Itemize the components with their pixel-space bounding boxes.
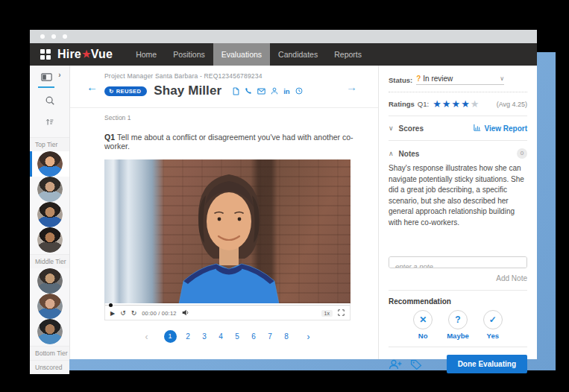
- video-time: 00:00 / 00:12: [142, 310, 176, 317]
- candidate-list-item[interactable]: [30, 319, 69, 344]
- video-progress-bar[interactable]: [105, 303, 350, 307]
- nav-item-home[interactable]: Home: [128, 43, 165, 66]
- notes-section-header[interactable]: ∧ Notes 0: [389, 141, 527, 163]
- nav-item-evaluations[interactable]: Evaluations: [213, 43, 270, 66]
- page-5[interactable]: 5: [233, 332, 242, 341]
- notes-body-text: Shay's response illustrates how she can …: [389, 163, 527, 228]
- hirevue-brand[interactable]: Hire★Vue: [30, 43, 123, 66]
- previous-candidate-arrow[interactable]: ←: [87, 80, 98, 93]
- page-4[interactable]: 4: [216, 332, 226, 341]
- status-row: Status: ? In review ∨: [389, 66, 527, 92]
- question-text: Q1Tell me about a conflict or disagreeme…: [104, 133, 378, 151]
- page-6[interactable]: 6: [249, 332, 259, 341]
- candidate-video[interactable]: [104, 159, 350, 303]
- question-pagination: ‹ 1 2 3 4 5 6 7 8 ›: [104, 330, 350, 343]
- sidebar-search[interactable]: [30, 95, 69, 109]
- nav-item-reports[interactable]: Reports: [326, 43, 370, 66]
- recommendation-no-button[interactable]: ✕ No: [413, 310, 433, 340]
- logo-star-icon: ★: [82, 49, 91, 59]
- playback-speed-button[interactable]: 1x: [321, 310, 333, 317]
- window-control-dot[interactable]: [40, 34, 45, 39]
- mail-icon[interactable]: [257, 88, 265, 95]
- notes-count-badge: 0: [517, 148, 527, 159]
- page-7[interactable]: 7: [265, 332, 275, 341]
- window-control-dot[interactable]: [51, 34, 56, 39]
- candidate-avatar: [37, 177, 63, 202]
- clock-icon[interactable]: [295, 87, 303, 95]
- star-icon-filled[interactable]: ★: [451, 99, 460, 109]
- sidebar-expand-icon[interactable]: ›: [58, 71, 60, 79]
- add-evaluator-icon[interactable]: [389, 359, 402, 370]
- scores-section-header[interactable]: ∨ Scores View Report: [389, 116, 527, 141]
- fullscreen-icon[interactable]: [338, 309, 345, 317]
- star-icon-filled[interactable]: ★: [461, 99, 470, 109]
- candidate-header: ← → Project Manager Santa Barbara - REQ1…: [70, 66, 378, 108]
- done-evaluating-button[interactable]: Done Evaluating: [447, 355, 527, 373]
- recommendation-label: Recommendation: [389, 291, 527, 310]
- play-button[interactable]: ▶: [110, 311, 115, 317]
- scores-label: Scores: [399, 124, 424, 133]
- status-label: Status:: [389, 76, 412, 84]
- star-icon-filled[interactable]: ★: [433, 99, 441, 109]
- recommendation-maybe-button[interactable]: ? Maybe: [447, 310, 469, 340]
- sidebar-active-tab-indicator: [38, 86, 54, 88]
- progress-knob[interactable]: [109, 303, 113, 307]
- next-candidate-arrow[interactable]: →: [346, 80, 357, 93]
- check-icon: ✓: [489, 314, 497, 325]
- section-label: Section 1: [104, 114, 378, 121]
- person-icon[interactable]: [271, 87, 278, 95]
- candidate-list-item[interactable]: [30, 268, 69, 294]
- star-icon-empty[interactable]: ★: [471, 99, 480, 109]
- question-number: Q1: [104, 133, 115, 142]
- nav-item-candidates[interactable]: Candidates: [270, 43, 326, 66]
- candidate-avatar: [37, 268, 63, 294]
- status-dropdown[interactable]: ? In review ∨: [416, 75, 504, 85]
- app-grid-icon[interactable]: [40, 49, 51, 60]
- phone-icon[interactable]: [245, 87, 252, 95]
- candidate-cards-icon[interactable]: [41, 71, 52, 84]
- pagination-next-icon[interactable]: ›: [307, 332, 310, 342]
- tier-label-unscored[interactable]: Unscored: [30, 360, 69, 374]
- hirevue-logo: Hire★Vue: [57, 48, 113, 61]
- page-8[interactable]: 8: [282, 332, 292, 341]
- contact-icons: in: [233, 87, 302, 95]
- nav-item-positions[interactable]: Positions: [165, 43, 213, 66]
- search-icon: [45, 95, 55, 109]
- ratings-question: Q1:: [418, 100, 429, 108]
- tier-label-bottom[interactable]: Bottom Tier: [30, 346, 69, 360]
- page-3[interactable]: 3: [200, 332, 210, 341]
- page-1[interactable]: 1: [164, 330, 177, 343]
- star-icon-filled[interactable]: ★: [442, 99, 451, 109]
- sidebar-sort[interactable]: [30, 116, 69, 130]
- linkedin-icon[interactable]: in: [283, 87, 289, 95]
- rewind-button[interactable]: ↺: [120, 310, 126, 317]
- pagination-prev-icon[interactable]: ‹: [145, 332, 148, 342]
- screenshot-stage: Hire★Vue Home Positions Evaluations Cand…: [0, 0, 569, 392]
- candidate-video-still: [104, 159, 350, 303]
- sort-icon: [45, 116, 54, 130]
- window-control-dot[interactable]: [63, 34, 67, 39]
- add-note-button[interactable]: Add Note: [389, 268, 527, 291]
- content-area: › Top Tier Middle Tier: [30, 66, 537, 359]
- candidate-list-item[interactable]: [30, 177, 69, 202]
- note-input[interactable]: [389, 256, 527, 268]
- candidate-list-item[interactable]: [30, 294, 69, 319]
- view-report-link[interactable]: View Report: [474, 124, 527, 133]
- main-area: ← → Project Manager Santa Barbara - REQ1…: [70, 66, 378, 359]
- page-2[interactable]: 2: [183, 332, 193, 341]
- volume-icon[interactable]: [182, 309, 189, 317]
- recommendation-yes-button[interactable]: ✓ Yes: [483, 310, 503, 340]
- candidate-list-item-selected[interactable]: [30, 151, 69, 177]
- candidate-avatar: [37, 294, 63, 319]
- tag-icon[interactable]: [410, 359, 422, 370]
- forward-button[interactable]: ↻: [131, 310, 137, 317]
- candidate-list-item[interactable]: [30, 227, 69, 253]
- ratings-average: (Avg 4.25): [497, 101, 527, 108]
- ratings-row: Ratings Q1: ★ ★ ★ ★ ★ (Avg 4.25): [389, 92, 527, 116]
- candidate-avatar: [37, 202, 63, 227]
- candidate-list-item[interactable]: [30, 202, 69, 227]
- breadcrumb: Project Manager Santa Barbara - REQ12345…: [104, 72, 378, 80]
- document-icon[interactable]: [233, 87, 239, 95]
- question-icon: ?: [455, 314, 460, 325]
- recommendation-options: ✕ No ? Maybe ✓ Yes: [389, 310, 527, 347]
